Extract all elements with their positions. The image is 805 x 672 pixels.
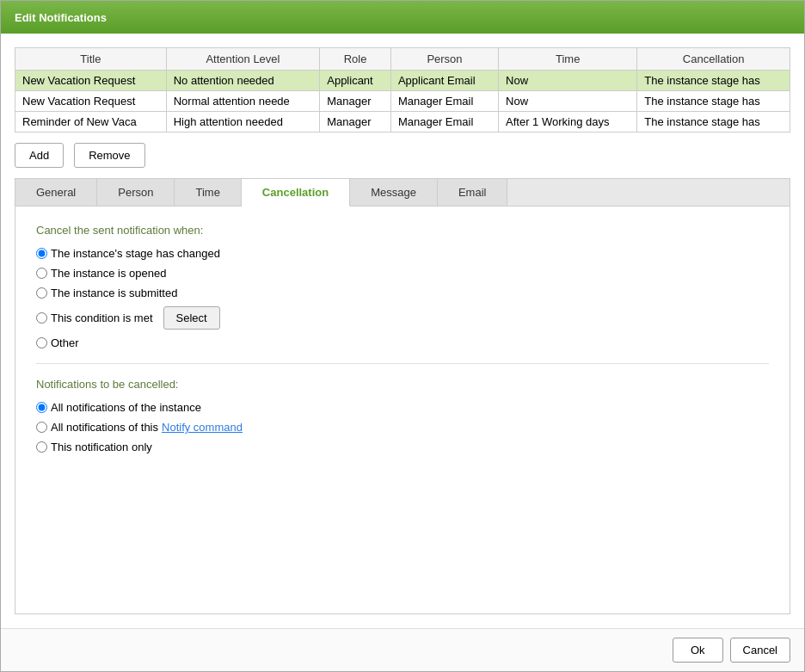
- ok-button[interactable]: Ok: [673, 638, 723, 663]
- cancel-when-option-2: The instance is submitted: [36, 287, 769, 299]
- select-condition-button[interactable]: Select: [163, 306, 220, 330]
- radio-cancel-0[interactable]: [36, 402, 47, 413]
- col-person: Person: [390, 48, 498, 71]
- section1-label: Cancel the sent notification when:: [36, 224, 769, 237]
- tab-email[interactable]: Email: [438, 179, 508, 206]
- notify-command-link[interactable]: Notify command: [162, 421, 243, 434]
- action-buttons: Add Remove: [15, 143, 790, 168]
- notifications-table: Title Attention Level Role Person Time C…: [15, 47, 790, 133]
- radio-option-1[interactable]: [36, 268, 47, 279]
- cancel-option-0: All notifications of the instance: [36, 401, 769, 414]
- tabs-container: GeneralPersonTimeCancellationMessageEmai…: [15, 178, 790, 614]
- tab-general[interactable]: General: [15, 179, 97, 206]
- tab-bar: GeneralPersonTimeCancellationMessageEmai…: [15, 179, 790, 207]
- radio-condition[interactable]: [36, 312, 47, 324]
- notifications-to-cancel-options: All notifications of the instanceAll not…: [36, 401, 769, 453]
- col-title: Title: [15, 48, 167, 71]
- cancel-when-option-1: The instance is opened: [36, 267, 769, 280]
- cancel-when-option-4: Other: [36, 336, 769, 349]
- radio-option-0[interactable]: [36, 248, 47, 259]
- col-cancellation: Cancellation: [637, 48, 790, 71]
- section2-label: Notifications to be cancelled:: [36, 378, 769, 391]
- table-row[interactable]: New Vacation RequestNo attention neededA…: [15, 71, 790, 91]
- table-row[interactable]: New Vacation RequestNormal attention nee…: [15, 91, 790, 112]
- radio-option-4[interactable]: [36, 337, 47, 348]
- tab-cancellation[interactable]: Cancellation: [242, 179, 350, 207]
- col-attention: Attention Level: [166, 48, 320, 71]
- remove-button[interactable]: Remove: [74, 143, 144, 168]
- edit-notifications-dialog: Edit Notifications Title Attention Level…: [0, 0, 805, 672]
- table-row[interactable]: Reminder of New VacaHigh attention neede…: [15, 112, 790, 133]
- cancel-when-options: The instance's stage has changedThe inst…: [36, 247, 769, 349]
- radio-option-2[interactable]: [36, 287, 47, 299]
- cancel-option-1: All notifications of this Notify command: [36, 421, 769, 434]
- col-role: Role: [320, 48, 391, 71]
- dialog-body: Title Attention Level Role Person Time C…: [1, 34, 804, 628]
- add-button[interactable]: Add: [15, 143, 64, 168]
- radio-cancel-2[interactable]: [36, 441, 47, 453]
- divider: [36, 363, 769, 364]
- tab-time[interactable]: Time: [175, 179, 241, 206]
- tab-message[interactable]: Message: [350, 179, 438, 206]
- dialog-header: Edit Notifications: [1, 1, 804, 34]
- table-header-row: Title Attention Level Role Person Time C…: [15, 48, 790, 71]
- col-time: Time: [499, 48, 637, 71]
- cancel-button[interactable]: Cancel: [730, 638, 790, 663]
- dialog-footer: Ok Cancel: [1, 628, 804, 671]
- cancellation-tab-content: Cancel the sent notification when: The i…: [15, 207, 790, 613]
- cancel-when-option-3: This condition is metSelect: [36, 306, 769, 330]
- cancel-option-2: This notification only: [36, 441, 769, 453]
- tab-person[interactable]: Person: [97, 179, 175, 206]
- dialog-title: Edit Notifications: [15, 11, 107, 24]
- radio-cancel-1[interactable]: [36, 422, 47, 433]
- cancel-when-option-0: The instance's stage has changed: [36, 247, 769, 260]
